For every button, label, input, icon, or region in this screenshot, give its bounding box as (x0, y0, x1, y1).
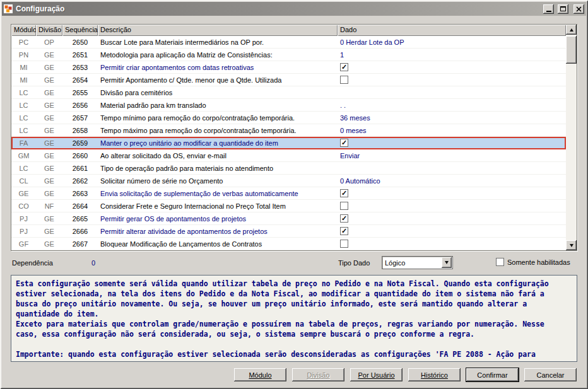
table-row[interactable]: GEGE2663Envia solicitação de suplementaç… (11, 187, 566, 200)
cell-descricao: Permitir alterar atividade de apontament… (98, 228, 338, 235)
cancelar-button[interactable]: Cancelar (524, 368, 577, 382)
cell-dado (338, 189, 566, 198)
cell-modulo: GM (11, 152, 36, 160)
table-row[interactable]: PCOP2650Buscar Lote para Materiais inter… (11, 36, 566, 49)
cell-descricao: Tipo de operação padrão para materiais n… (98, 165, 338, 172)
table-row[interactable]: PNGE2651Metodologia para aplicação da Ma… (11, 49, 566, 61)
cell-sequencia: 2661 (62, 165, 98, 172)
scrollbar-thumb[interactable] (566, 36, 577, 64)
cell-sequencia: 2658 (62, 127, 98, 134)
cell-dado (338, 227, 566, 236)
arrow-up-icon (570, 28, 573, 32)
minimize-button[interactable] (543, 4, 554, 14)
table-row-selected[interactable]: FAGE2659Manter o preço unitário ao modif… (11, 137, 566, 149)
scroll-up-button[interactable] (566, 25, 577, 35)
tipo-dado-label: Tipo Dado (338, 259, 370, 267)
divisao-button[interactable]: Divisão (291, 368, 345, 382)
cell-sequencia: 2667 (62, 240, 98, 248)
table-row[interactable]: LCGE2661Tipo de operação padrão para mat… (11, 162, 566, 175)
cell-descricao: Considerar Frete e Seguro Internacional … (98, 202, 338, 210)
button-label: Por Usuário (358, 371, 394, 379)
dado-checkbox[interactable] (340, 189, 348, 197)
cell-sequencia: 2657 (62, 114, 98, 122)
table-row[interactable]: LCGE2657Tempo mínimo para remoção do cor… (11, 112, 566, 124)
scrollbar-track[interactable] (566, 35, 577, 240)
meta-row: Dependência 0 Tipo Dado Lógico Somente h… (11, 256, 577, 270)
cell-sequencia: 2662 (62, 177, 98, 185)
cell-modulo: LC (11, 165, 36, 172)
cell-modulo: LC (11, 114, 36, 122)
dado-checkbox[interactable] (340, 139, 348, 147)
window-title: Configuração (16, 4, 539, 13)
cell-divisao: GE (36, 114, 62, 122)
maximize-button[interactable] (558, 4, 568, 14)
cell-modulo: CL (11, 177, 36, 185)
dialog-body: Módulo Divisão Sequência Descrição Dado … (2, 16, 586, 382)
dado-checkbox[interactable] (340, 76, 348, 84)
cell-modulo: LC (11, 102, 36, 109)
close-icon (576, 6, 582, 12)
cell-sequencia: 2650 (62, 38, 98, 46)
table-row[interactable]: LCGE2656Material padrão para km translad… (11, 99, 566, 112)
close-button[interactable] (573, 4, 584, 14)
combo-dropdown-button[interactable] (442, 257, 452, 268)
cell-sequencia: 2666 (62, 228, 98, 235)
table-row[interactable]: GMGE2660Ao alterar solicitado da OS, env… (11, 149, 566, 162)
column-header-divisao[interactable]: Divisão (36, 25, 62, 36)
cell-divisao: GE (36, 228, 62, 235)
cell-dado: 0 meses (338, 127, 566, 134)
cell-modulo: GF (11, 240, 36, 248)
cell-divisao: GE (36, 139, 62, 147)
table-row[interactable]: MIGE2653Permitir criar apontamentos com … (11, 61, 566, 74)
chevron-down-icon (445, 261, 449, 264)
cell-dado (338, 240, 566, 248)
cell-modulo: GE (11, 190, 36, 197)
cell-descricao: Buscar Lote para Materiais intermediário… (98, 38, 338, 46)
table-row[interactable]: PJGE2666Permitir alterar atividade de ap… (11, 225, 566, 238)
cell-descricao: Material padrão para km translado (98, 102, 338, 109)
historico-button[interactable]: Histórico (408, 368, 461, 382)
column-header-sequencia[interactable]: Sequência (62, 25, 98, 36)
button-label: Cancelar (536, 371, 564, 379)
table-header: Módulo Divisão Sequência Descrição Dado (11, 25, 566, 36)
dado-checkbox[interactable] (340, 202, 348, 210)
cell-dado (338, 76, 566, 84)
modulo-button[interactable]: Módulo (233, 368, 287, 382)
column-header-dado[interactable]: Dado (338, 25, 566, 36)
cell-descricao: Tempo máximo para remoção do corpo/contr… (98, 127, 338, 134)
somente-habilitadas-checkbox[interactable] (496, 258, 504, 266)
somente-habilitadas-option[interactable]: Somente habilitadas (496, 258, 570, 266)
scroll-down-button[interactable] (566, 240, 577, 250)
table-row[interactable]: PJGE2665Permitir gerar OS de apontamento… (11, 212, 566, 225)
cell-dado: 36 meses (338, 114, 566, 122)
dado-checkbox[interactable] (340, 214, 348, 223)
dado-checkbox[interactable] (340, 240, 348, 248)
por-usuario-button[interactable]: Por Usuário (350, 368, 403, 382)
table-row[interactable]: LCGE2658Tempo máximo para remoção do cor… (11, 124, 566, 137)
dependencia-value: 0 (91, 259, 95, 267)
cell-divisao: GE (36, 240, 62, 248)
table-row[interactable]: CONF2664Considerar Frete e Seguro Intern… (11, 200, 566, 212)
table-row[interactable]: LCGE2655Divisão para cemitérios (11, 86, 566, 99)
cell-divisao: GE (36, 102, 62, 109)
button-label: Confirmar (477, 371, 507, 379)
dado-checkbox[interactable] (340, 227, 348, 235)
confirmar-button[interactable]: Confirmar (466, 368, 519, 382)
tipo-dado-select[interactable]: Lógico (382, 256, 453, 269)
column-header-descricao[interactable]: Descrição (98, 25, 338, 36)
button-label: Divisão (307, 371, 329, 379)
dado-checkbox[interactable] (340, 63, 348, 71)
cell-sequencia: 2663 (62, 190, 98, 197)
cell-divisao: GE (36, 89, 62, 96)
cell-sequencia: 2656 (62, 102, 98, 109)
cell-descricao: Permitir Apontamento c/ Qtde. menor que … (98, 76, 338, 84)
cell-divisao: GE (36, 190, 62, 197)
table-row[interactable]: MIGE2654Permitir Apontamento c/ Qtde. me… (11, 74, 566, 86)
vertical-scrollbar (566, 25, 577, 250)
cell-modulo: LC (11, 89, 36, 96)
cell-divisao: GE (36, 51, 62, 59)
table-row[interactable]: GFGE2667Bloquear Modificação de Lançamen… (11, 238, 566, 250)
titlebar[interactable]: Configuração (2, 2, 586, 16)
column-header-modulo[interactable]: Módulo (11, 25, 36, 36)
table-row[interactable]: CLGE2662Solicitar número de série no Orç… (11, 175, 566, 187)
